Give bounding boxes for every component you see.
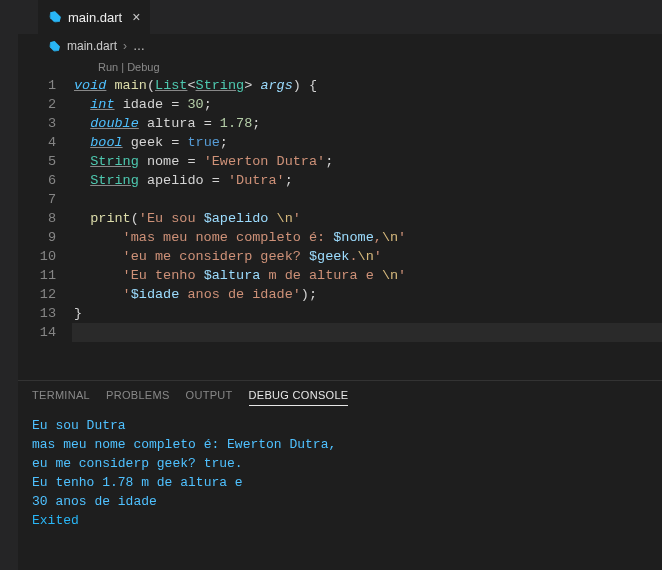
code-line: int idade = 30;	[74, 95, 662, 114]
code-line: }	[74, 304, 662, 323]
line-number: 2	[18, 95, 74, 114]
tab-problems[interactable]: PROBLEMS	[106, 389, 170, 406]
line-number: 14	[18, 323, 74, 342]
console-line: eu me considerp geek? true.	[32, 454, 648, 473]
tab-main-dart[interactable]: main.dart ×	[38, 0, 151, 34]
code-editor[interactable]: 1void main(List<String> args) { 2 int id…	[18, 76, 662, 380]
line-number: 10	[18, 247, 74, 266]
console-line: Eu tenho 1.78 m de altura e	[32, 473, 648, 492]
code-line	[74, 190, 662, 209]
tab-terminal[interactable]: TERMINAL	[32, 389, 90, 406]
chevron-right-icon: ›	[123, 39, 127, 53]
tab-label: main.dart	[68, 10, 122, 25]
line-number: 6	[18, 171, 74, 190]
code-line: 'Eu tenho $altura m de altura e \n'	[74, 266, 662, 285]
line-number: 12	[18, 285, 74, 304]
dart-file-icon	[48, 40, 61, 53]
line-number: 4	[18, 133, 74, 152]
line-number: 13	[18, 304, 74, 323]
dart-file-icon	[48, 10, 62, 24]
console-line: 30 anos de idade	[32, 492, 648, 511]
console-line: Eu sou Dutra	[32, 416, 648, 435]
debug-console-output[interactable]: Eu sou Dutra mas meu nome completo é: Ew…	[18, 412, 662, 534]
activity-bar-stub	[0, 0, 18, 570]
breadcrumb[interactable]: main.dart › …	[18, 34, 662, 58]
code-line: double altura = 1.78;	[74, 114, 662, 133]
panel-tabs: TERMINAL PROBLEMS OUTPUT DEBUG CONSOLE	[18, 381, 662, 412]
console-line: mas meu nome completo é: Ewerton Dutra,	[32, 435, 648, 454]
tab-output[interactable]: OUTPUT	[186, 389, 233, 406]
tab-debug-console[interactable]: DEBUG CONSOLE	[249, 389, 349, 406]
line-number: 9	[18, 228, 74, 247]
code-line: String apelido = 'Dutra';	[74, 171, 662, 190]
line-number: 5	[18, 152, 74, 171]
code-line: bool geek = true;	[74, 133, 662, 152]
console-line: Exited	[32, 511, 648, 530]
codelens-run-debug[interactable]: Run | Debug	[98, 58, 662, 76]
code-line	[74, 323, 662, 342]
breadcrumb-ellipsis: …	[133, 39, 145, 53]
code-line: String nome = 'Ewerton Dutra';	[74, 152, 662, 171]
code-line: '$idade anos de idade');	[74, 285, 662, 304]
bottom-panel: TERMINAL PROBLEMS OUTPUT DEBUG CONSOLE E…	[18, 380, 662, 570]
line-number: 1	[18, 76, 74, 95]
line-number: 11	[18, 266, 74, 285]
line-number: 8	[18, 209, 74, 228]
close-icon[interactable]: ×	[132, 9, 140, 25]
breadcrumb-file: main.dart	[67, 39, 117, 53]
code-line: 'mas meu nome completo é: $nome,\n'	[74, 228, 662, 247]
main-area: main.dart × main.dart › … Run | Debug 1v…	[18, 0, 662, 570]
line-number: 7	[18, 190, 74, 209]
code-line: void main(List<String> args) {	[74, 76, 662, 95]
code-line: 'eu me considerp geek? $geek.\n'	[74, 247, 662, 266]
line-number: 3	[18, 114, 74, 133]
code-line: print('Eu sou $apelido \n'	[74, 209, 662, 228]
tab-bar: main.dart ×	[18, 0, 662, 34]
